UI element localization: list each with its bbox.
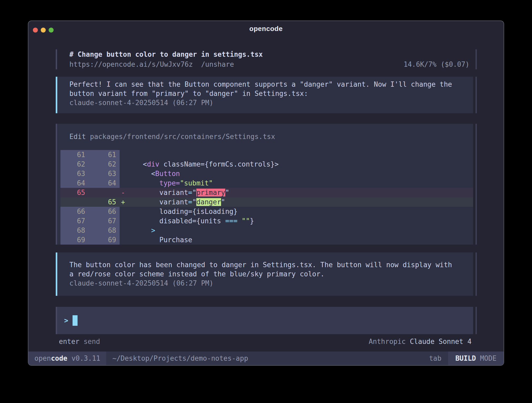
new-line-number: 63 xyxy=(85,169,120,178)
code-segment: " xyxy=(225,189,229,197)
block-border-rail xyxy=(475,124,477,245)
app-version: v0.3.11 xyxy=(67,354,100,362)
code-segment: = xyxy=(188,189,192,197)
code-segment: " xyxy=(221,198,225,206)
code-segment: } xyxy=(250,217,254,225)
prompt-input[interactable]: > xyxy=(56,307,473,334)
diff-code-line: disabled={units === ""} xyxy=(126,216,473,226)
new-line-number: 69 xyxy=(85,235,120,245)
code-segment xyxy=(238,217,242,225)
code-segment: > xyxy=(151,226,155,234)
code-segment xyxy=(126,226,151,234)
status-bar: opencode v0.3.11 ~/Desktop/Projects/demo… xyxy=(28,352,504,365)
code-segment: = xyxy=(188,198,192,206)
diff-code-line xyxy=(126,150,473,159)
opencode-window: opencode # Change button color to danger… xyxy=(28,20,504,366)
old-line-number: 64 xyxy=(60,178,85,188)
new-line-number: 67 xyxy=(85,216,120,226)
diff-view: 61616262 <div className={formCs.controls… xyxy=(57,150,473,245)
new-line-number: 61 xyxy=(85,150,120,159)
code-segment: " xyxy=(192,198,196,206)
new-line-number: 68 xyxy=(85,226,120,235)
diff-sign: - xyxy=(120,188,126,197)
tab-key-hint: tab xyxy=(429,352,441,365)
new-line-number: 62 xyxy=(85,159,120,169)
code-segment: className={formCs.controls}> xyxy=(159,160,279,168)
code-segment: "submit" xyxy=(180,179,213,187)
code-segment: " xyxy=(192,189,196,197)
send-hint: enter send xyxy=(56,338,100,345)
hints-row: enter send Anthropic Claude Sonnet 4 xyxy=(56,338,473,345)
block-border-rail xyxy=(475,77,477,113)
diff-sign xyxy=(120,235,126,245)
diff-sign xyxy=(120,159,126,169)
code-segment: === xyxy=(225,217,238,225)
diff-row: 6767 disabled={units === ""} xyxy=(60,216,473,226)
diff-row: 65+ variant="danger" xyxy=(60,197,473,207)
block-border-rail xyxy=(475,49,477,69)
model-name: Claude Sonnet 4 xyxy=(410,338,472,345)
old-line-number: 69 xyxy=(60,235,85,245)
message-meta: claude-sonnet-4-20250514 (06:27 PM) xyxy=(69,98,463,107)
new-line-number: 65 xyxy=(85,197,120,207)
diff-sign xyxy=(120,207,126,216)
old-line-number: 68 xyxy=(60,226,85,235)
session-title: # Change button color to danger in setti… xyxy=(69,49,473,59)
diff-row: 6969 Purchase xyxy=(60,235,473,245)
working-directory: ~/Desktop/Projects/demo-notes-app xyxy=(112,352,248,365)
diff-code-line: loading={isLoading} xyxy=(126,207,473,216)
message-text-line: Perfect! I can see that the Button compo… xyxy=(69,80,463,89)
diff-sign xyxy=(120,178,126,188)
diff-row: 6666 loading={isLoading} xyxy=(60,207,473,216)
code-segment xyxy=(126,179,159,187)
code-segment: disabled={units xyxy=(126,217,225,225)
code-segment: Purchase xyxy=(126,236,192,244)
mode-name-bold: BUILD xyxy=(455,354,476,362)
build-mode-toggle[interactable]: BUILD MODE xyxy=(448,352,504,365)
diff-sign xyxy=(120,150,126,159)
new-line-number: 66 xyxy=(85,207,120,216)
block-border-rail xyxy=(475,307,477,334)
diff-code-line: variant="danger" xyxy=(126,197,473,207)
edit-action-label: Edit xyxy=(69,133,90,141)
url-gap xyxy=(193,59,201,69)
old-line-number: 67 xyxy=(60,216,85,226)
diff-code-line: Purchase xyxy=(126,235,473,245)
app-version-chip: opencode v0.3.11 xyxy=(28,352,106,365)
old-line-number: 63 xyxy=(60,169,85,178)
code-segment: Button xyxy=(155,170,180,178)
new-line-number: 64 xyxy=(85,178,120,188)
titlebar: opencode xyxy=(28,21,504,36)
old-line-number: 61 xyxy=(60,150,85,159)
diff-code-line: <Button xyxy=(126,169,473,178)
share-url: https://opencode.ai/s/UwJxv76z xyxy=(69,59,193,69)
message-text-line: a red/rose color scheme instead of the b… xyxy=(69,270,463,279)
model-provider: Anthropic xyxy=(369,338,410,345)
code-segment: div xyxy=(147,160,159,168)
code-segment: < xyxy=(126,170,155,178)
diff-sign xyxy=(120,226,126,235)
window-title: opencode xyxy=(28,25,504,33)
diff-code-line: <div className={formCs.controls}> xyxy=(126,159,473,169)
prompt-symbol: > xyxy=(64,317,68,324)
code-segment: variant xyxy=(126,189,188,197)
context-stats: 14.6K/7% ($0.07) xyxy=(404,59,473,69)
code-segment: type xyxy=(159,179,176,187)
edit-tool-title: Edit packages/frontend/src/containers/Se… xyxy=(57,124,473,141)
message-text-line: The button color has been changed to dan… xyxy=(69,260,463,270)
code-segment: primary xyxy=(196,189,225,197)
old-line-number: 66 xyxy=(60,207,85,216)
session-header: # Change button color to danger in setti… xyxy=(56,49,473,69)
block-border-rail xyxy=(475,252,477,296)
diff-row: 65- variant="primary" xyxy=(60,188,473,197)
diff-sign xyxy=(120,169,126,178)
message-meta: claude-sonnet-4-20250514 (06:27 PM) xyxy=(69,279,463,288)
diff-row: 6464 type="submit" xyxy=(60,178,473,188)
code-segment: < xyxy=(126,160,147,168)
old-line-number: 62 xyxy=(60,159,85,169)
diff-row: 6161 xyxy=(60,150,473,159)
new-line-number xyxy=(85,188,120,197)
edit-file-path: packages/frontend/src/containers/Setting… xyxy=(90,133,275,141)
mode-name-normal: MODE xyxy=(476,354,497,362)
old-line-number: 65 xyxy=(60,188,85,197)
